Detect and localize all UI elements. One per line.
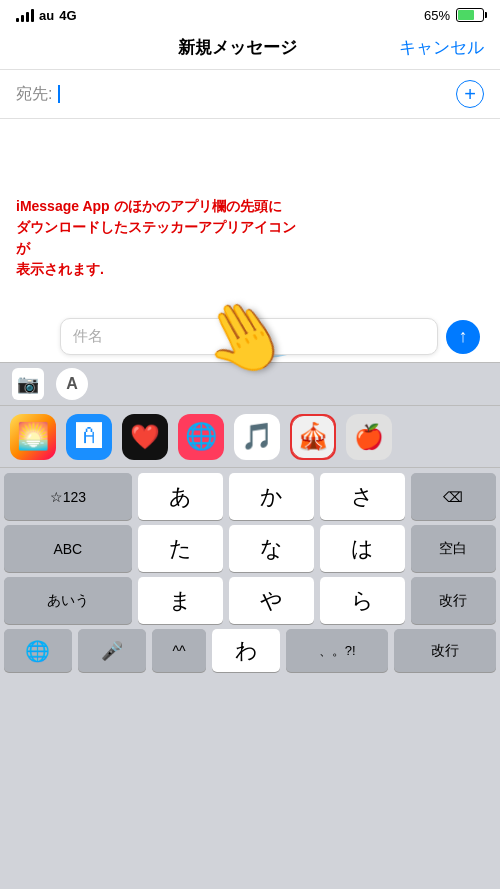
- annotation-text: iMessage App のほかのアプリ欄の先頭に ダウンロードしたステッカーア…: [16, 196, 296, 280]
- carrier-label: au: [39, 8, 54, 23]
- key-ra-label: ら: [351, 586, 374, 616]
- key-aiueo[interactable]: あいう: [4, 577, 132, 624]
- battery-fill: [458, 10, 474, 20]
- imessage-dock: 🌅 🅰 ❤️ 🌐 🎵 🎪 🍎: [0, 406, 500, 468]
- dock-app-sticker[interactable]: 🎪: [290, 414, 336, 460]
- status-bar: au 4G 65%: [0, 0, 500, 28]
- key-ya[interactable]: や: [229, 577, 314, 624]
- key-ya-label: や: [260, 586, 283, 616]
- subject-placeholder: 件名: [73, 327, 103, 344]
- send-button[interactable]: ↑: [446, 320, 480, 354]
- appstore-icon: 🅰: [76, 421, 102, 452]
- key-ma-label: ま: [169, 586, 192, 616]
- dock-app-globe[interactable]: 🌐: [178, 414, 224, 460]
- key-a-label: あ: [169, 482, 192, 512]
- keyboard[interactable]: ☆123 あ か さ ⌫ ABC た な は 空白: [0, 468, 500, 889]
- key-sa[interactable]: さ: [320, 473, 405, 520]
- globe-key-icon: 🌐: [25, 639, 50, 663]
- keyboard-row-3: あいう ま や ら 改行: [0, 572, 500, 624]
- status-right: 65%: [424, 8, 484, 23]
- key-caret-label: ^^: [172, 643, 185, 659]
- annotation-line2: ダウンロードしたステッカーアプリアイコンが: [16, 219, 296, 256]
- mic-icon: 🎤: [101, 640, 123, 662]
- key-wa-label: わ: [235, 636, 258, 666]
- keyboard-row-1: ☆123 あ か さ ⌫: [0, 468, 500, 520]
- key-punctuation-label: 、。?!: [319, 642, 356, 660]
- network-label: 4G: [59, 8, 76, 23]
- key-punctuation[interactable]: 、。?!: [286, 629, 388, 672]
- signal-bars: [16, 8, 34, 22]
- dock-app-photos[interactable]: 🌅: [10, 414, 56, 460]
- key-wa[interactable]: わ: [212, 629, 280, 672]
- key-sa-label: さ: [351, 482, 374, 512]
- dock-app-heartapp[interactable]: ❤️: [122, 414, 168, 460]
- key-na-label: な: [260, 534, 283, 564]
- key-return-bottom[interactable]: 改行: [394, 629, 496, 672]
- dock-app-appstore[interactable]: 🅰: [66, 414, 112, 460]
- dock-app-extra[interactable]: 🍎: [346, 414, 392, 460]
- battery-percent: 65%: [424, 8, 450, 23]
- annotation-line3: 表示されます.: [16, 261, 104, 277]
- to-field: 宛先: +: [0, 70, 500, 119]
- key-return-bottom-label: 改行: [431, 642, 459, 660]
- cancel-button[interactable]: キャンセル: [399, 36, 484, 59]
- key-return-label: 改行: [439, 592, 467, 610]
- nav-bar: 新規メッセージ キャンセル: [0, 28, 500, 70]
- extra-app-icon: 🍎: [354, 423, 384, 451]
- delete-icon: ⌫: [443, 489, 463, 505]
- key-abc-label: ABC: [53, 541, 82, 557]
- key-ma[interactable]: ま: [138, 577, 223, 624]
- nav-title: 新規メッセージ: [76, 36, 399, 59]
- key-mic[interactable]: 🎤: [78, 629, 146, 672]
- camera-icon-button[interactable]: 📷: [12, 368, 44, 400]
- key-aiueo-label: あいう: [47, 592, 89, 610]
- key-globe[interactable]: 🌐: [4, 629, 72, 672]
- key-na[interactable]: な: [229, 525, 314, 572]
- key-ta-label: た: [169, 534, 192, 564]
- key-space-ja-label: 空白: [439, 540, 467, 558]
- key-123[interactable]: ☆123: [4, 473, 132, 520]
- key-ta[interactable]: た: [138, 525, 223, 572]
- dock-app-music[interactable]: 🎵: [234, 414, 280, 460]
- text-cursor: [58, 85, 60, 103]
- key-ha-label: は: [351, 534, 374, 564]
- keyboard-row-4: 🌐 🎤 ^^ わ 、。?! 改行: [0, 624, 500, 676]
- key-delete[interactable]: ⌫: [411, 473, 496, 520]
- annotation-line1: iMessage App のほかのアプリ欄の先頭に: [16, 198, 282, 214]
- photos-icon: 🌅: [17, 421, 49, 452]
- key-caret[interactable]: ^^: [152, 629, 206, 672]
- keyboard-row-2: ABC た な は 空白: [0, 520, 500, 572]
- key-return[interactable]: 改行: [411, 577, 496, 624]
- globe-icon: 🌐: [185, 421, 217, 452]
- key-a[interactable]: あ: [138, 473, 223, 520]
- apps-icon-button[interactable]: A: [56, 368, 88, 400]
- to-input[interactable]: [58, 85, 456, 104]
- sticker-icon: 🎪: [297, 421, 329, 452]
- add-recipient-button[interactable]: +: [456, 80, 484, 108]
- status-left: au 4G: [16, 8, 77, 23]
- key-ka[interactable]: か: [229, 473, 314, 520]
- music-icon: 🎵: [241, 421, 273, 452]
- key-space-ja[interactable]: 空白: [411, 525, 496, 572]
- to-label: 宛先:: [16, 84, 52, 105]
- key-123-label: ☆123: [50, 489, 86, 505]
- key-ha[interactable]: は: [320, 525, 405, 572]
- heart-icon: ❤️: [130, 423, 160, 451]
- key-ka-label: か: [260, 482, 283, 512]
- battery-icon: [456, 8, 484, 22]
- key-ra[interactable]: ら: [320, 577, 405, 624]
- key-abc[interactable]: ABC: [4, 525, 132, 572]
